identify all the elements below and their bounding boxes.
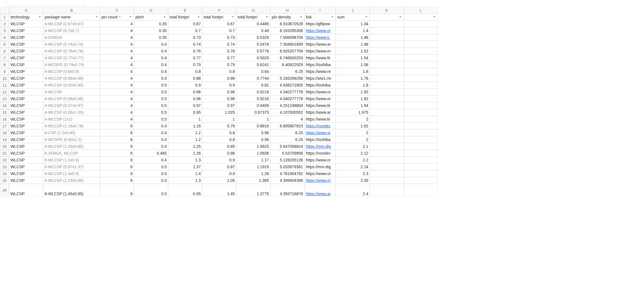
cell-J4[interactable]: 1.46	[336, 34, 370, 41]
cell-G15[interactable]: 0.97375	[236, 109, 270, 116]
cell-E22[interactable]: 1.3	[168, 157, 202, 163]
cell-I22[interactable]: https://www.or	[304, 157, 336, 163]
cell-I11[interactable]: https://toshiba	[304, 82, 336, 89]
cell-G9[interactable]: 0.64	[236, 68, 270, 75]
cell-J20[interactable]: 2.1	[336, 143, 370, 150]
cell-K15[interactable]	[370, 109, 404, 116]
column-header-I[interactable]: I	[304, 7, 336, 14]
cell-A9[interactable]: WLCSP	[9, 68, 43, 75]
cell-E3[interactable]: 0.7	[168, 27, 202, 34]
cell-J21[interactable]: 2.12	[336, 150, 370, 157]
cell-J15[interactable]: 1.975	[336, 109, 370, 116]
cell-J7[interactable]: 1.54	[336, 54, 370, 61]
row-header-12[interactable]: 12	[0, 89, 9, 95]
cell-J23[interactable]: 2.24	[336, 163, 370, 170]
cell-C13[interactable]: 4	[100, 95, 134, 102]
header-cell-C[interactable]: pin count	[100, 14, 134, 20]
cell-I23[interactable]: https://mm.dig	[304, 163, 336, 170]
cell-I3[interactable]: https://www.or	[304, 27, 336, 34]
cell-L25[interactable]	[404, 177, 438, 184]
cell-F9[interactable]: 0.8	[202, 68, 236, 75]
cell-D24[interactable]: 0.5	[134, 170, 168, 177]
cell-G14[interactable]: 0.9409	[236, 102, 270, 109]
cell-C20[interactable]: 6	[100, 143, 134, 150]
cell-F23[interactable]: 0.87	[202, 163, 236, 170]
cell-B11[interactable]: 4-WLCSP (0.90x0.90)	[43, 82, 100, 89]
cell-K2[interactable]	[370, 20, 404, 27]
column-header-F[interactable]: F	[202, 7, 236, 14]
cell-J16[interactable]: 2	[336, 116, 370, 123]
cell-A14[interactable]: WLCSP	[9, 102, 43, 109]
cell-H11[interactable]: 4.938271605	[270, 82, 304, 89]
cell-A6[interactable]: WLCSP	[9, 48, 43, 54]
cell-E12[interactable]: 0.96	[168, 89, 202, 95]
cell-G12[interactable]: 0.9216	[236, 89, 270, 95]
cell-D25[interactable]: 0.4	[134, 177, 168, 184]
cell-G19[interactable]: 0.96	[236, 136, 270, 143]
cell-I5[interactable]: https://www.ar	[304, 41, 336, 48]
cell-I14[interactable]: https://www.lit	[304, 102, 336, 109]
sort-asc-icon[interactable]	[118, 16, 121, 18]
cell-K8[interactable]	[370, 61, 404, 68]
cell-E4[interactable]: 0.73	[168, 34, 202, 41]
cell-L19[interactable]	[404, 136, 438, 143]
cell-L7[interactable]	[404, 54, 438, 61]
cell-I15[interactable]: https://www.ar	[304, 109, 336, 116]
cell-K16[interactable]	[370, 116, 404, 123]
cell-H22[interactable]: 5.128205128	[270, 157, 304, 163]
cell-L11[interactable]	[404, 82, 438, 89]
cell-L20[interactable]	[404, 143, 438, 150]
cell-L13[interactable]	[404, 95, 438, 102]
cell-H20[interactable]: 5.647058824	[270, 143, 304, 150]
cell-G23[interactable]: 1.1919	[236, 163, 270, 170]
cell-E21[interactable]: 1.26	[168, 150, 202, 157]
cell-C21[interactable]: 6	[100, 150, 134, 157]
cell-I25[interactable]: https://www.m	[304, 177, 336, 184]
cell-L23[interactable]	[404, 163, 438, 170]
cell-A25[interactable]: WLCSP	[9, 177, 43, 184]
cell-L22[interactable]	[404, 157, 438, 163]
cell-A8[interactable]: WLCSP	[9, 61, 43, 68]
cell-I17[interactable]: https://rocelec	[304, 123, 336, 129]
cell-J12[interactable]: 1.92	[336, 89, 370, 95]
cell-E2[interactable]: 0.67	[168, 20, 202, 27]
cell-E19[interactable]: 1.2	[168, 136, 202, 143]
cell-A16[interactable]: WLCSP	[9, 116, 43, 123]
cell-I4[interactable]: https://www.ti.	[304, 34, 336, 41]
cell-D21[interactable]: 0.485	[134, 150, 168, 157]
cell-J3[interactable]: 1.4	[336, 27, 370, 34]
cell-C15[interactable]: 4	[100, 109, 134, 116]
cell-H2[interactable]: 8.910670528	[270, 20, 304, 27]
cell-L5[interactable]	[404, 41, 438, 48]
cell-E23[interactable]: 1.37	[168, 163, 202, 170]
cell-L2[interactable]	[404, 20, 438, 27]
row-header-13[interactable]: 13	[0, 95, 9, 102]
cell-I13[interactable]: https://www.or	[304, 95, 336, 102]
cell-A15[interactable]: WLCSP	[9, 109, 43, 116]
cell-K24[interactable]	[370, 170, 404, 177]
filter-icon[interactable]	[197, 15, 201, 19]
row-header-15[interactable]: 15	[0, 109, 9, 116]
cell-K23[interactable]	[370, 163, 404, 170]
cell-A20[interactable]: WLCSP	[9, 143, 43, 150]
cell-L26[interactable]	[404, 184, 438, 196]
cell-C4[interactable]: 4	[100, 34, 134, 41]
cell-H18[interactable]: 6.25	[270, 129, 304, 136]
cell-I10[interactable]: https://ww1.mi	[304, 75, 336, 82]
cell-D15[interactable]: 0.5	[134, 109, 168, 116]
cell-E24[interactable]: 1.4	[168, 170, 202, 177]
cell-L9[interactable]	[404, 68, 438, 75]
cell-A24[interactable]: WLCSP	[9, 170, 43, 177]
cell-B18[interactable]: 6-CSP (1.2x0.80)	[43, 129, 100, 136]
cell-L17[interactable]	[404, 123, 438, 129]
row-header-20[interactable]: 20	[0, 143, 9, 150]
cell-H6[interactable]: 6.925207756	[270, 48, 304, 54]
cell-F16[interactable]: 1	[202, 116, 236, 123]
cell-C17[interactable]: 6	[100, 123, 134, 129]
cell-B4[interactable]: 4-DSBGA	[43, 34, 100, 41]
cell-F2[interactable]: 0.67	[202, 20, 236, 27]
cell-A10[interactable]: WLCSP	[9, 75, 43, 82]
cell-H4[interactable]: 7.506098705	[270, 34, 304, 41]
cell-G25[interactable]: 1.365	[236, 177, 270, 184]
cell-K20[interactable]	[370, 143, 404, 150]
